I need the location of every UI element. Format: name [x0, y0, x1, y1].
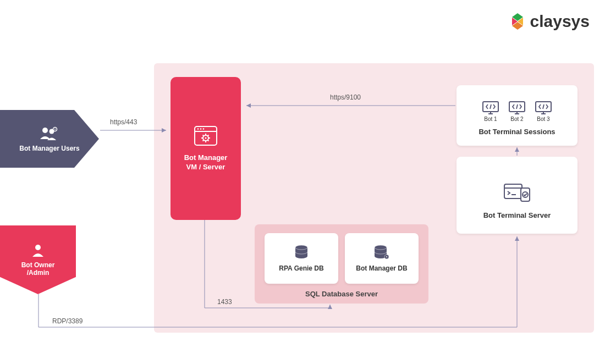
svg-point-13: [203, 128, 205, 130]
arrow-label-https9100: https/9100: [330, 93, 361, 101]
node-rpa-genie-db: RPA Genie DB: [265, 233, 338, 284]
database-gear-icon: [373, 245, 391, 261]
arrow-label-1433: 1433: [217, 298, 232, 306]
bot-label: Bot 2: [510, 116, 523, 122]
svg-line-41: [543, 104, 544, 109]
svg-line-37: [516, 104, 518, 109]
bot-instance: Bot 3: [534, 101, 553, 122]
svg-point-12: [200, 128, 202, 130]
bot-instance: Bot 2: [508, 101, 526, 122]
actor-bot-owner-admin: Bot Owner /Admin: [0, 225, 76, 294]
claysys-mark-icon: [508, 12, 527, 31]
arrow-label-https443: https/443: [110, 118, 137, 126]
svg-point-4: [42, 128, 48, 133]
vm-title-line1: Bot Manager: [184, 153, 228, 163]
svg-rect-42: [504, 184, 522, 198]
actor-label-line1: Bot Owner: [21, 261, 55, 269]
node-bot-manager-vm: Bot Manager VM / Server: [170, 77, 241, 220]
users-gear-icon: [40, 126, 59, 141]
svg-line-21: [203, 140, 204, 141]
arrow-label-rdp3389: RDP/3389: [52, 317, 82, 325]
vm-title-line2: VM / Server: [186, 163, 226, 172]
bot-instance: Bot 1: [481, 101, 500, 122]
bot-label: Bot 1: [484, 116, 497, 122]
db-label: RPA Genie DB: [279, 264, 323, 272]
svg-line-22: [208, 135, 209, 136]
actor-bot-manager-users: Bot Manager Users: [0, 110, 99, 168]
browser-gear-icon: [193, 125, 218, 147]
svg-point-7: [54, 129, 56, 130]
brand-logo: claysys: [508, 12, 590, 31]
person-icon: [31, 244, 45, 258]
svg-line-20: [208, 140, 209, 141]
bot-label: Bot 3: [537, 116, 549, 122]
sql-title: SQL Database Server: [255, 290, 428, 298]
svg-line-33: [490, 104, 491, 109]
monitor-code-icon: [481, 101, 500, 116]
brand-name: claysys: [530, 12, 590, 31]
node-bot-manager-db: Bot Manager DB: [345, 233, 419, 284]
svg-line-19: [203, 135, 204, 136]
actor-label-line2: /Admin: [27, 269, 50, 277]
sessions-title: Bot Terminal Sessions: [479, 128, 555, 136]
svg-point-23: [205, 137, 207, 139]
database-icon: [294, 245, 309, 261]
terminal-devices-icon: [502, 181, 532, 203]
actor-label: Bot Manager Users: [19, 145, 79, 152]
node-bot-terminal-server: Bot Terminal Server: [457, 157, 578, 234]
node-sql-server: RPA Genie DB Bot Manager DB SQL Database…: [255, 224, 428, 304]
svg-point-29: [386, 256, 387, 257]
db-label: Bot Manager DB: [356, 264, 407, 272]
monitor-code-icon: [534, 101, 553, 116]
monitor-code-icon: [508, 101, 526, 116]
svg-point-11: [197, 128, 199, 130]
server-title: Bot Terminal Server: [483, 211, 551, 219]
node-bot-terminal-sessions: Bot 1 Bot 2 Bot 3 Bot: [457, 85, 578, 146]
svg-point-8: [35, 245, 41, 250]
